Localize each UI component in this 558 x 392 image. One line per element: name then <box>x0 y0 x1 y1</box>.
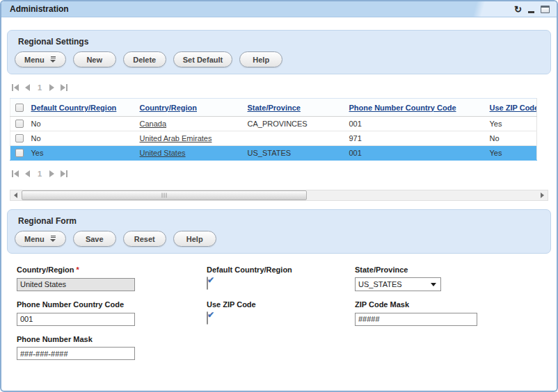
state-dropdown[interactable]: US_STATES <box>355 277 441 291</box>
select-all-checkbox[interactable] <box>15 104 24 112</box>
country-label: Country/Region* <box>17 266 207 274</box>
scrollbar-grip-icon <box>164 193 165 198</box>
col-header-state: State/Province <box>245 99 346 117</box>
table-row[interactable]: No United Arab Emirates 971 No <box>10 131 537 146</box>
administration-window: Administration ↻ Regional Settings Menu … <box>0 0 558 392</box>
scroll-right-icon[interactable] <box>541 193 544 198</box>
cell-default-country: No <box>29 131 137 146</box>
menu-button[interactable]: Menu <box>15 51 66 67</box>
set-default-button[interactable]: Set Default <box>173 51 232 67</box>
help-button[interactable]: Help <box>239 51 282 67</box>
window-controls: ↻ <box>514 1 550 17</box>
country-link[interactable]: United Arab Emirates <box>140 134 212 142</box>
field-use-zip: Use ZIP Code <box>207 300 355 326</box>
sort-link-phone-code[interactable]: Phone Number Country Code <box>349 104 456 112</box>
field-phone-mask: Phone Number Mask <box>17 335 207 361</box>
dropdown-arrow-icon <box>431 283 436 286</box>
phone-mask-input[interactable] <box>17 347 135 360</box>
menu-dropdown-icon <box>50 56 56 63</box>
cell-default-country: No <box>29 117 137 131</box>
window-title: Administration <box>10 4 69 14</box>
page-number: 1 <box>36 170 43 178</box>
col-header-default-country: Default Country/Region <box>29 99 137 117</box>
cell-phone-code: 971 <box>346 131 487 146</box>
cell-state: US_STATES <box>245 146 346 161</box>
table-header-row: Default Country/Region Country/Region St… <box>10 99 537 117</box>
cell-phone-code: 001 <box>346 146 487 161</box>
state-label: State/Province <box>355 266 557 274</box>
regional-form-toolbar: Menu Save Reset Help <box>15 231 543 247</box>
cell-state: CA_PROVINCES <box>245 117 346 131</box>
use-zip-label: Use ZIP Code <box>207 300 355 309</box>
regional-form-panel: Regional Form Menu Save Reset Help <box>7 209 551 254</box>
field-country: Country/Region* <box>17 266 207 291</box>
row-checkbox[interactable] <box>15 134 24 142</box>
new-button[interactable]: New <box>73 51 116 67</box>
horizontal-scrollbar[interactable] <box>10 190 548 201</box>
reset-button[interactable]: Reset <box>123 231 166 247</box>
regional-settings-table: Default Country/Region Country/Region St… <box>10 98 537 161</box>
country-input[interactable] <box>17 278 135 291</box>
sort-link-use-zip[interactable]: Use ZIP Code <box>490 104 537 112</box>
field-default-country: Default Country/Region <box>207 266 355 291</box>
form-menu-button-label: Menu <box>24 235 45 243</box>
state-dropdown-value: US_STATES <box>358 280 402 288</box>
next-page-icon[interactable] <box>49 170 54 177</box>
minimize-icon[interactable] <box>528 11 534 13</box>
cell-state <box>245 131 346 146</box>
regional-form-title: Regional Form <box>18 216 543 226</box>
first-page-icon[interactable] <box>12 84 19 91</box>
field-state: State/Province US_STATES <box>355 266 557 291</box>
first-page-icon[interactable] <box>12 170 19 177</box>
regional-form-fields: Country/Region* Default Country/Region S… <box>1 254 557 360</box>
maximize-icon[interactable] <box>541 6 550 13</box>
page-number: 1 <box>36 83 43 92</box>
zip-mask-input[interactable] <box>355 313 477 326</box>
default-country-label: Default Country/Region <box>207 266 355 274</box>
sort-link-default-country[interactable]: Default Country/Region <box>31 104 117 112</box>
table-row[interactable]: No Canada CA_PROVINCES 001 Yes <box>10 117 537 131</box>
table-row-selected[interactable]: Yes United States US_STATES 001 Yes <box>10 146 537 161</box>
regional-settings-panel: Regional Settings Menu New Delete Set De… <box>7 30 551 74</box>
regional-settings-title: Regional Settings <box>18 37 543 47</box>
window-titlebar: Administration ↻ <box>1 1 557 17</box>
row-checkbox[interactable] <box>15 149 24 157</box>
col-header-phone-code: Phone Number Country Code <box>346 99 487 117</box>
last-page-icon[interactable] <box>61 84 67 91</box>
save-button[interactable]: Save <box>73 231 116 247</box>
country-link[interactable]: United States <box>140 149 186 157</box>
use-zip-checkbox[interactable] <box>207 311 208 325</box>
field-phone-code: Phone Number Country Code <box>17 300 207 326</box>
sort-link-state[interactable]: State/Province <box>248 104 301 112</box>
phone-code-input[interactable] <box>17 313 135 326</box>
required-marker: * <box>77 266 79 274</box>
next-page-icon[interactable] <box>49 84 54 91</box>
form-help-button[interactable]: Help <box>173 231 216 247</box>
menu-dropdown-icon <box>50 236 56 242</box>
sort-link-country[interactable]: Country/Region <box>140 104 198 112</box>
country-link[interactable]: Canada <box>140 120 167 128</box>
phone-mask-label: Phone Number Mask <box>17 335 207 343</box>
list-pagination-bottom: 1 <box>12 170 557 178</box>
scrollbar-thumb[interactable] <box>22 190 307 200</box>
last-page-icon[interactable] <box>61 170 67 177</box>
form-menu-button[interactable]: Menu <box>15 231 66 247</box>
delete-button[interactable]: Delete <box>123 51 166 67</box>
default-country-checkbox[interactable] <box>207 277 208 290</box>
scroll-left-icon[interactable] <box>14 193 17 198</box>
previous-page-icon[interactable] <box>25 84 30 91</box>
row-checkbox[interactable] <box>15 120 24 128</box>
refresh-icon[interactable]: ↻ <box>514 5 522 14</box>
previous-page-icon[interactable] <box>25 170 30 177</box>
list-pagination-top: 1 <box>12 83 557 92</box>
regional-settings-toolbar: Menu New Delete Set Default Help <box>15 51 543 67</box>
header-select-all-cell <box>10 99 29 117</box>
field-zip-mask: ZIP Code Mask <box>355 300 557 326</box>
zip-mask-label: ZIP Code Mask <box>355 300 557 309</box>
cell-use-zip: Yes <box>487 117 537 131</box>
cell-phone-code: 001 <box>346 117 487 131</box>
col-header-use-zip: Use ZIP Code <box>487 99 537 117</box>
phone-code-label: Phone Number Country Code <box>17 300 207 309</box>
cell-use-zip: Yes <box>487 146 537 161</box>
col-header-country: Country/Region <box>137 99 245 117</box>
